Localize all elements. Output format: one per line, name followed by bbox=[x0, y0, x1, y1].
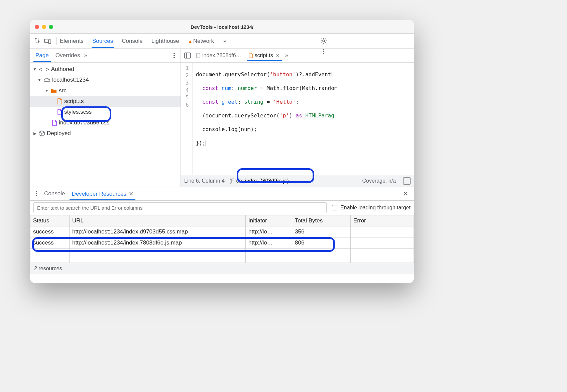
minimize-window-icon[interactable] bbox=[42, 25, 46, 29]
file-tab-label: script.ts bbox=[255, 53, 273, 59]
box-icon bbox=[39, 130, 45, 136]
close-window-icon[interactable] bbox=[35, 25, 39, 29]
tree-deployed-label: Deployed bbox=[47, 130, 71, 137]
close-tab-icon[interactable]: ✕ bbox=[276, 53, 280, 58]
table-row[interactable]: success http://localhost:1234/index.d970… bbox=[30, 226, 414, 237]
tree-deployed[interactable]: ▶ Deployed bbox=[30, 128, 181, 139]
tree-file-script-ts[interactable]: script.ts bbox=[30, 96, 181, 107]
tab-sources[interactable]: Sources bbox=[92, 34, 114, 48]
tree-file-label: index.d9703d55.css bbox=[59, 119, 109, 126]
line-gutter: 123 456 bbox=[181, 63, 193, 175]
file-tab-index-js[interactable]: index.7808df6… bbox=[193, 50, 245, 61]
tree-folder-src[interactable]: ▼ src bbox=[30, 85, 181, 96]
enable-loading-label: Enable loading through target bbox=[340, 205, 411, 211]
tab-lighthouse[interactable]: Lighthouse bbox=[151, 34, 180, 48]
file-icon bbox=[52, 120, 57, 126]
devtools-window: DevTools - localhost:1234/ Elements Sour… bbox=[30, 20, 414, 283]
search-row: Enable loading through target bbox=[30, 201, 414, 215]
more-tabs-icon[interactable]: » bbox=[223, 38, 226, 44]
enable-loading-checkbox-input[interactable] bbox=[332, 205, 337, 210]
tree-file-label: styles.scss bbox=[64, 109, 92, 115]
tree-file-label: script.ts bbox=[64, 98, 84, 105]
col-error[interactable]: Error bbox=[351, 215, 414, 226]
file-icon bbox=[58, 109, 62, 115]
code-editor[interactable]: 123 456 document.querySelector('button')… bbox=[181, 63, 414, 175]
folder-icon bbox=[51, 88, 57, 93]
tree-file-index-css[interactable]: index.d9703d55.css bbox=[30, 117, 181, 128]
file-tab-label: index.7808df6… bbox=[202, 53, 241, 59]
drawer-kebab-icon[interactable] bbox=[32, 189, 41, 198]
navigator-tab-overrides[interactable]: Overrides bbox=[52, 50, 84, 62]
navigator-tabs: Page Overrides » bbox=[30, 49, 181, 63]
tree-host-label: localhost:1234 bbox=[52, 77, 89, 83]
file-tab-script-ts[interactable]: script.ts ✕ bbox=[245, 50, 283, 61]
col-url[interactable]: URL bbox=[70, 215, 246, 226]
editor-status-bar: Line 6, Column 4 (From index.7808df6e.js… bbox=[181, 175, 414, 187]
close-drawer-icon[interactable]: ✕ bbox=[400, 188, 412, 199]
zoom-window-icon[interactable] bbox=[49, 25, 53, 29]
navigator-pane: Page Overrides » ▼< > Authored ▼ bbox=[30, 49, 181, 187]
tree-authored[interactable]: ▼< > Authored bbox=[30, 64, 181, 75]
tab-network-label: Network bbox=[193, 38, 214, 44]
window-title: DevTools - localhost:1234/ bbox=[30, 24, 414, 30]
col-total-bytes[interactable]: Total Bytes bbox=[292, 215, 351, 226]
inspect-icon[interactable] bbox=[33, 37, 42, 45]
tab-elements[interactable]: Elements bbox=[59, 34, 84, 48]
more-navigator-tabs-icon[interactable]: » bbox=[84, 53, 87, 59]
settings-gear-icon[interactable] bbox=[319, 36, 328, 45]
svg-point-13 bbox=[36, 193, 37, 194]
more-file-tabs-icon[interactable]: » bbox=[285, 53, 288, 59]
tab-network[interactable]: ▲Network bbox=[187, 34, 215, 48]
table-row[interactable]: success http://localhost:1234/index.7808… bbox=[30, 237, 414, 249]
table-row-empty bbox=[30, 249, 414, 263]
svg-point-8 bbox=[174, 55, 175, 56]
navigator-tab-page[interactable]: Page bbox=[32, 50, 52, 62]
cursor-position: Line 6, Column 4 bbox=[184, 178, 225, 184]
cloud-icon bbox=[43, 78, 50, 82]
svg-rect-10 bbox=[185, 53, 191, 58]
tree-host[interactable]: ▼ localhost:1234 bbox=[30, 75, 181, 85]
tab-console[interactable]: Console bbox=[121, 34, 143, 48]
expand-icon[interactable] bbox=[403, 177, 411, 185]
code-content[interactable]: document.querySelector('button')?.addEve… bbox=[193, 63, 338, 175]
editor-pane: index.7808df6… script.ts ✕ » 123 456 bbox=[181, 49, 414, 187]
device-toolbar-icon[interactable] bbox=[43, 37, 52, 45]
svg-point-7 bbox=[174, 53, 175, 54]
warning-icon: ▲ bbox=[188, 38, 193, 44]
svg-rect-2 bbox=[48, 40, 51, 43]
drawer-footer: 2 resources bbox=[30, 263, 414, 274]
drawer: Console Developer Resources ✕ ✕ Enable l… bbox=[30, 187, 414, 274]
resources-table: Status URL Initiator Total Bytes Error s… bbox=[30, 215, 414, 263]
toolbar-divider bbox=[56, 37, 56, 45]
tree-authored-label: Authored bbox=[51, 66, 74, 73]
svg-point-14 bbox=[36, 195, 37, 196]
file-icon bbox=[249, 53, 253, 58]
main-toolbar: Elements Sources Console Lighthouse ▲Net… bbox=[30, 34, 414, 49]
svg-point-3 bbox=[323, 40, 325, 42]
titlebar: DevTools - localhost:1234/ bbox=[30, 20, 414, 34]
drawer-tab-console[interactable]: Console bbox=[41, 188, 68, 200]
col-status[interactable]: Status bbox=[30, 215, 70, 226]
drawer-tabs: Console Developer Resources ✕ ✕ bbox=[30, 187, 414, 201]
drawer-tab-developer-resources[interactable]: Developer Resources ✕ bbox=[68, 188, 136, 200]
toggle-navigator-icon[interactable] bbox=[183, 51, 192, 60]
coverage-status: Coverage: n/a bbox=[362, 178, 396, 184]
tree-folder-label: src bbox=[59, 87, 67, 94]
file-tabs: index.7808df6… script.ts ✕ » bbox=[181, 49, 414, 63]
enable-loading-checkbox[interactable]: Enable loading through target bbox=[331, 204, 411, 211]
close-drawer-tab-icon[interactable]: ✕ bbox=[129, 191, 133, 197]
drawer-tab-label: Developer Resources bbox=[72, 191, 126, 197]
navigator-kebab-icon[interactable] bbox=[170, 51, 179, 60]
search-input[interactable] bbox=[33, 202, 327, 213]
file-tree: ▼< > Authored ▼ localhost:1234 ▼ bbox=[30, 63, 181, 187]
file-icon bbox=[58, 98, 62, 104]
tree-file-styles-scss[interactable]: styles.scss bbox=[30, 107, 181, 117]
svg-point-12 bbox=[36, 191, 37, 192]
file-icon bbox=[196, 53, 200, 58]
col-initiator[interactable]: Initiator bbox=[246, 215, 292, 226]
source-map-origin[interactable]: (From index.7808df6e.js) bbox=[229, 178, 289, 184]
svg-point-9 bbox=[174, 57, 175, 58]
